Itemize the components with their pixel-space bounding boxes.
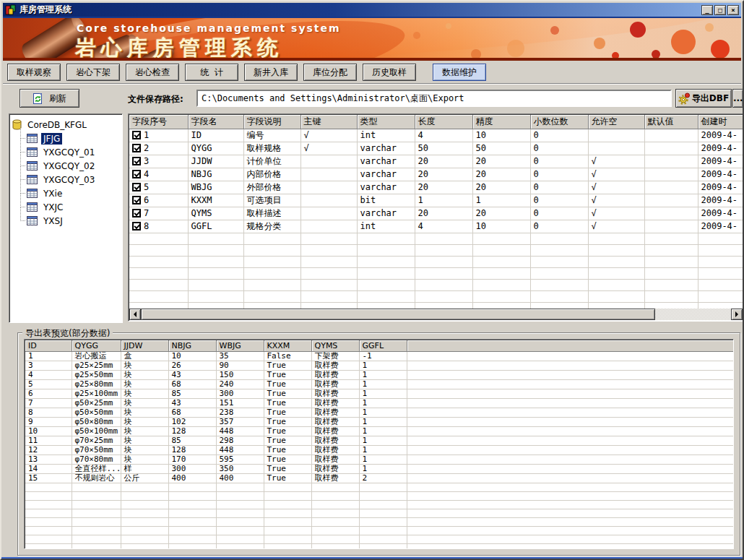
cell[interactable]: 20 xyxy=(472,168,530,181)
cell[interactable] xyxy=(300,207,357,220)
cell[interactable] xyxy=(588,129,644,142)
tree-root[interactable]: CoreDB_KFGL xyxy=(12,118,121,132)
cell[interactable]: φ25×50mm xyxy=(72,370,121,379)
cell[interactable]: 2 xyxy=(359,473,407,483)
column-header[interactable]: 小数位数 xyxy=(530,115,588,129)
cell[interactable]: √ xyxy=(300,129,357,142)
cell[interactable]: 岩心搬运 xyxy=(72,351,121,361)
cell[interactable]: 1 xyxy=(359,361,407,370)
cell[interactable]: φ25×80mm xyxy=(72,379,121,389)
cell[interactable]: 取样费 xyxy=(311,370,359,379)
table-row[interactable]: 3φ25×25mm块2690True取样费1 xyxy=(25,361,734,370)
cell[interactable]: 10 xyxy=(25,426,72,436)
cell[interactable]: 2 xyxy=(129,142,188,155)
table-row[interactable]: 8φ50×50mm块68238True取样费1 xyxy=(25,408,734,417)
cell[interactable] xyxy=(300,220,357,233)
table-row[interactable]: 5φ25×80mm块68240True取样费1 xyxy=(25,379,734,389)
cell[interactable]: 1 xyxy=(129,129,188,142)
titlebar[interactable]: 库房管理系统 _ □ × xyxy=(3,3,741,17)
cell[interactable]: 20 xyxy=(415,168,472,181)
cell[interactable]: 9 xyxy=(25,417,72,426)
cell[interactable]: 取样费 xyxy=(311,408,359,417)
cell[interactable]: True xyxy=(264,455,311,464)
table-row[interactable]: 12φ70×50mm块128448True取样费1 xyxy=(25,445,734,455)
cell[interactable]: 6 xyxy=(129,194,188,207)
cell[interactable]: False xyxy=(264,351,311,361)
cell[interactable]: 块 xyxy=(121,361,168,370)
toolbar-button-2[interactable]: 岩心检查 xyxy=(126,64,179,81)
cell[interactable]: 外部价格 xyxy=(243,181,300,194)
cell[interactable]: 4 xyxy=(415,129,472,142)
cell[interactable]: √ xyxy=(588,168,644,181)
table-row[interactable]: 7φ50×25mm块43151True取样费1 xyxy=(25,398,734,408)
minimize-button[interactable]: _ xyxy=(701,5,713,15)
cell[interactable]: 20 xyxy=(472,181,530,194)
cell[interactable]: √ xyxy=(588,220,644,233)
cell[interactable] xyxy=(300,155,357,168)
cell[interactable] xyxy=(644,207,698,220)
cell[interactable]: 12 xyxy=(25,445,72,455)
table-row[interactable]: 2QYGG取样规格√varchar505002009-4- xyxy=(129,142,744,155)
column-header[interactable]: NBJG xyxy=(168,340,216,351)
cell[interactable]: 1 xyxy=(359,379,407,389)
column-header[interactable]: ID xyxy=(25,340,72,351)
cell[interactable]: 8 xyxy=(25,408,72,417)
cell[interactable]: 取样费 xyxy=(311,473,359,483)
cell[interactable]: 盒 xyxy=(121,351,168,361)
cell[interactable]: φ25×100mm xyxy=(72,389,121,398)
cell[interactable]: 2009-4- xyxy=(698,129,744,142)
cell[interactable] xyxy=(644,220,698,233)
cell[interactable]: 85 xyxy=(168,389,216,398)
cell[interactable]: varchar xyxy=(357,155,415,168)
cell[interactable]: φ70×80mm xyxy=(72,455,121,464)
toolbar-button-4[interactable]: 新井入库 xyxy=(244,64,298,81)
cell[interactable] xyxy=(644,168,698,181)
cell[interactable]: 1 xyxy=(359,426,407,436)
browse-more-button[interactable]: ... xyxy=(732,89,743,108)
cell[interactable]: 20 xyxy=(472,155,530,168)
cell[interactable]: 块 xyxy=(121,426,168,436)
cell[interactable]: 2009-4- xyxy=(698,207,744,220)
table-row[interactable]: 13φ70×80mm块170595True取样费1 xyxy=(25,455,734,464)
cell[interactable]: 0 xyxy=(530,155,588,168)
cell[interactable]: 取样费 xyxy=(311,389,359,398)
cell[interactable]: 2009-4- xyxy=(698,142,744,155)
row-checkbox[interactable] xyxy=(132,183,141,191)
row-checkbox[interactable] xyxy=(132,144,141,152)
cell[interactable]: 102 xyxy=(168,417,216,426)
close-button[interactable]: × xyxy=(727,5,739,15)
row-checkbox[interactable] xyxy=(132,170,141,178)
save-path-input[interactable] xyxy=(196,90,672,107)
cell[interactable]: varchar xyxy=(357,181,415,194)
toolbar-button-0[interactable]: 取样观察 xyxy=(7,64,61,81)
cell[interactable]: 357 xyxy=(216,417,264,426)
maximize-button[interactable]: □ xyxy=(714,5,726,15)
cell[interactable]: True xyxy=(264,379,311,389)
cell[interactable]: 2009-4- xyxy=(698,194,744,207)
cell[interactable]: 规格分类 xyxy=(243,220,300,233)
cell[interactable] xyxy=(300,168,357,181)
scrollbar-thumb[interactable] xyxy=(141,309,655,320)
cell[interactable]: 0 xyxy=(530,207,588,220)
cell[interactable]: 2009-4- xyxy=(698,181,744,194)
cell[interactable]: 1 xyxy=(359,389,407,398)
cell[interactable]: 20 xyxy=(415,181,472,194)
cell[interactable]: φ50×25mm xyxy=(72,398,121,408)
cell[interactable]: √ xyxy=(300,142,357,155)
row-checkbox[interactable] xyxy=(132,131,141,139)
cell[interactable]: 238 xyxy=(216,408,264,417)
cell[interactable]: varchar xyxy=(357,168,415,181)
cell[interactable] xyxy=(644,181,698,194)
table-row[interactable]: 6φ25×100mm块85300True取样费1 xyxy=(25,389,734,398)
cell[interactable]: 90 xyxy=(216,361,264,370)
cell[interactable]: 1 xyxy=(25,351,72,361)
cell[interactable]: 取样费 xyxy=(311,455,359,464)
cell[interactable]: 68 xyxy=(168,408,216,417)
cell[interactable]: 300 xyxy=(216,389,264,398)
cell[interactable]: 448 xyxy=(216,426,264,436)
cell[interactable]: 0 xyxy=(530,220,588,233)
cell[interactable]: 150 xyxy=(216,370,264,379)
database-tree-panel[interactable]: CoreDB_KFGLJFJGYXGCQY_01YXGCQY_02YXGCQY_… xyxy=(9,113,123,323)
cell[interactable]: 14 xyxy=(25,464,72,473)
tree-item-4[interactable]: YXie xyxy=(12,186,121,200)
